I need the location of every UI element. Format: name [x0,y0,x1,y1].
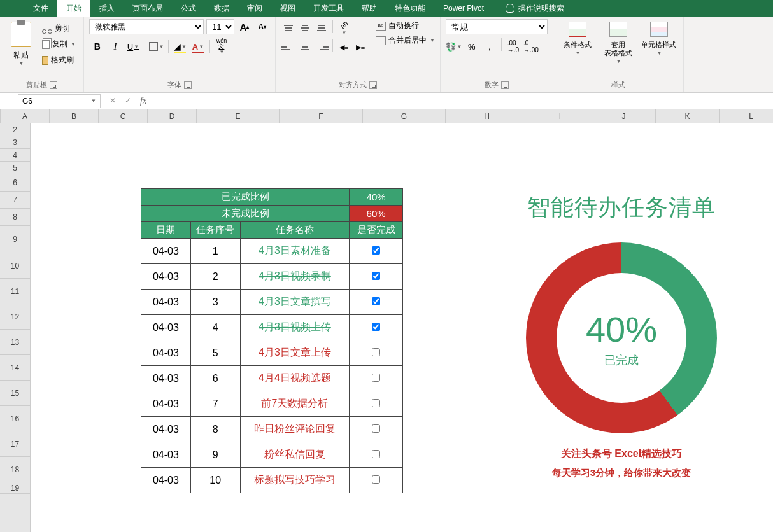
column-header-H[interactable]: H [446,109,528,123]
tab-home[interactable]: 开始 [57,0,90,17]
tab-formulas[interactable]: 公式 [172,0,205,17]
align-right-button[interactable] [314,39,329,55]
decrease-indent-button[interactable]: ◀≡ [336,39,351,55]
tab-developer[interactable]: 开发工具 [304,0,353,17]
column-header-C[interactable]: C [99,109,148,123]
orientation-button[interactable]: ab▼ [336,20,351,36]
row-header-8[interactable]: 8 [0,209,30,226]
tab-insert[interactable]: 插入 [90,0,124,17]
cancel-formula-button[interactable]: ✕ [110,96,116,106]
cut-button[interactable]: 剪切 [39,22,78,35]
column-header-I[interactable]: I [528,109,592,123]
row-header-11[interactable]: 11 [0,279,30,304]
font-color-button[interactable]: A▼ [190,38,206,55]
task-checkbox[interactable] [372,297,380,305]
fx-icon[interactable]: fx [140,96,146,106]
task-checkbox[interactable] [372,374,380,382]
percent-button[interactable]: % [464,38,480,55]
conditional-format-button[interactable]: 条件格式▼ [558,19,597,65]
row-header-5[interactable]: 5 [0,162,30,174]
tab-file[interactable]: 文件 [24,0,57,17]
number-format-select[interactable]: 常规 [446,19,548,34]
wrap-text-button[interactable]: ab自动换行 [376,20,435,31]
tab-help[interactable]: 帮助 [353,0,386,17]
column-header-F[interactable]: F [280,109,363,123]
dialog-launcher-icon[interactable] [184,81,192,89]
row-header-6[interactable]: 6 [0,174,30,192]
cells-area[interactable]: 已完成比例 40% 未完成比例 60% 日期 任务序号 任务名称 是否完成 04… [31,123,773,532]
dialog-launcher-icon[interactable] [501,81,509,89]
row-header-17[interactable]: 17 [0,431,30,457]
formula-input[interactable] [153,94,773,108]
row-header-4[interactable]: 4 [0,149,30,162]
name-box[interactable]: G6▼ [18,94,101,108]
row-header-10[interactable]: 10 [0,253,30,279]
tab-power-pivot[interactable]: Power Pivot [434,0,493,17]
task-name: 4月3日文章撰写 [240,290,350,315]
decrease-font-button[interactable]: A▾ [255,19,270,34]
align-bottom-button[interactable] [314,20,329,36]
tell-me-search[interactable]: 操作说明搜索 [506,3,564,14]
dialog-launcher-icon[interactable] [369,81,377,89]
task-checkbox[interactable] [372,399,380,407]
accounting-format-button[interactable]: 💱▼ [446,38,462,55]
dialog-launcher-icon[interactable] [50,81,57,89]
column-header-J[interactable]: J [592,109,656,123]
cell-styles-button[interactable]: 单元格样式▼ [640,19,678,65]
decrease-decimal-button[interactable]: .0→.00 [523,38,539,55]
row-header-2[interactable]: 2 [0,123,30,136]
task-checkbox[interactable] [372,450,380,458]
column-header-B[interactable]: B [50,109,99,123]
increase-font-button[interactable]: A▴ [237,19,252,34]
tab-view[interactable]: 视图 [271,0,304,17]
merge-center-button[interactable]: 合并后居中▼ [376,35,435,46]
row-header-16[interactable]: 16 [0,406,30,431]
align-middle-button[interactable] [297,20,313,36]
copy-button[interactable]: 复制▼ [39,38,78,51]
task-checkbox[interactable] [372,246,380,255]
row-header-12[interactable]: 12 [0,304,30,330]
align-left-button[interactable] [281,39,296,55]
phonetic-button[interactable]: wén文▼ [213,38,230,55]
row-header-15[interactable]: 15 [0,381,30,406]
row-header-13[interactable]: 13 [0,330,30,355]
column-header-A[interactable]: A [1,109,50,123]
italic-button[interactable]: I [107,38,124,55]
font-name-select[interactable]: 微软雅黑 [89,19,204,34]
paste-button[interactable]: 粘贴 ▼ [5,19,37,67]
tab-data[interactable]: 数据 [205,0,238,17]
tab-review[interactable]: 审阅 [238,0,271,17]
row-header-14[interactable]: 14 [0,355,30,381]
format-as-table-button[interactable]: 套用 表格格式▼ [599,19,637,65]
tab-special[interactable]: 特色功能 [386,0,434,17]
row-header-3[interactable]: 3 [0,136,30,149]
bold-button[interactable]: B [89,38,106,55]
format-painter-button[interactable]: 格式刷 [39,53,78,67]
row-header-19[interactable]: 19 [0,482,30,494]
enter-formula-button[interactable]: ✓ [125,96,131,106]
task-checkbox[interactable] [372,272,380,280]
increase-indent-button[interactable]: ▶≡ [353,39,368,55]
tab-page-layout[interactable]: 页面布局 [124,0,172,17]
row-header-9[interactable]: 9 [0,226,30,253]
column-header-L[interactable]: L [720,109,773,123]
task-checkbox[interactable] [372,475,380,484]
column-header-D[interactable]: D [148,109,197,123]
task-checkbox[interactable] [372,348,380,356]
row-header-18[interactable]: 18 [0,457,30,482]
task-checkbox[interactable] [372,424,380,433]
font-size-select[interactable]: 11 [206,19,234,34]
increase-decimal-button[interactable]: .00→.0 [505,38,521,55]
task-done-cell [350,391,403,417]
task-checkbox[interactable] [372,323,380,331]
align-center-button[interactable] [297,39,313,55]
column-header-G[interactable]: G [363,109,446,123]
column-header-E[interactable]: E [197,109,280,123]
fill-color-button[interactable]: ◢▼ [172,38,188,55]
comma-button[interactable]: , [481,38,498,55]
underline-button[interactable]: U▼ [125,38,141,55]
row-header-7[interactable]: 7 [0,192,30,209]
align-top-button[interactable] [281,20,296,36]
border-button[interactable]: ▼ [148,38,165,55]
column-header-K[interactable]: K [656,109,720,123]
